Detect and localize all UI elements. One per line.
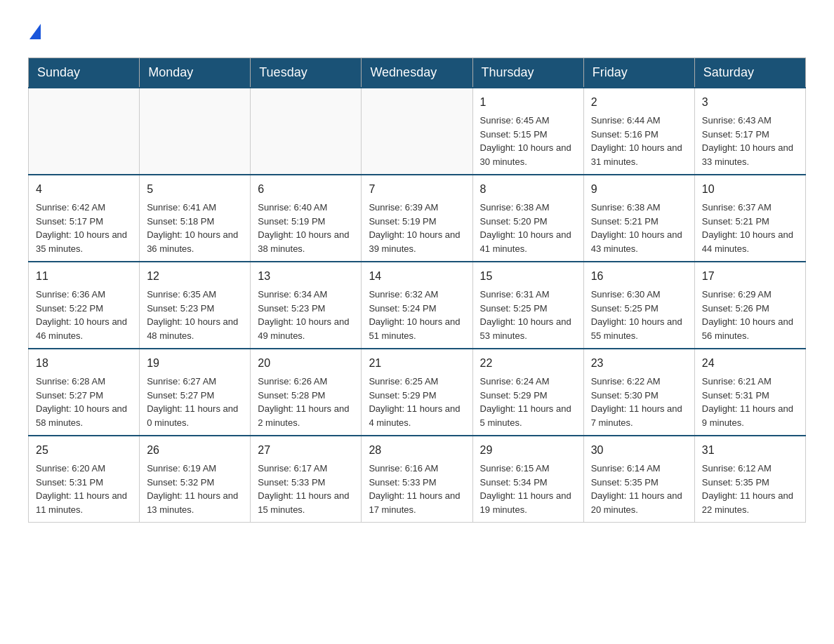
calendar-header-row: SundayMondayTuesdayWednesdayThursdayFrid… xyxy=(29,58,806,88)
column-header-friday: Friday xyxy=(583,58,694,88)
day-number: 22 xyxy=(480,355,576,372)
column-header-saturday: Saturday xyxy=(694,58,805,88)
day-info: Sunrise: 6:27 AM Sunset: 5:27 PM Dayligh… xyxy=(147,375,243,429)
logo xyxy=(28,21,41,43)
calendar-week-row: 25Sunrise: 6:20 AM Sunset: 5:31 PM Dayli… xyxy=(29,436,806,523)
day-number: 21 xyxy=(369,355,465,372)
day-info: Sunrise: 6:43 AM Sunset: 5:17 PM Dayligh… xyxy=(702,114,798,168)
calendar-cell xyxy=(251,88,362,175)
calendar-cell: 2Sunrise: 6:44 AM Sunset: 5:16 PM Daylig… xyxy=(583,88,694,175)
calendar-week-row: 1Sunrise: 6:45 AM Sunset: 5:15 PM Daylig… xyxy=(29,88,806,175)
day-info: Sunrise: 6:35 AM Sunset: 5:23 PM Dayligh… xyxy=(147,288,243,342)
calendar-cell: 17Sunrise: 6:29 AM Sunset: 5:26 PM Dayli… xyxy=(694,262,805,349)
day-info: Sunrise: 6:34 AM Sunset: 5:23 PM Dayligh… xyxy=(258,288,354,342)
day-info: Sunrise: 6:26 AM Sunset: 5:28 PM Dayligh… xyxy=(258,375,354,429)
day-info: Sunrise: 6:44 AM Sunset: 5:16 PM Dayligh… xyxy=(591,114,687,168)
day-number: 6 xyxy=(258,181,354,198)
calendar-cell: 25Sunrise: 6:20 AM Sunset: 5:31 PM Dayli… xyxy=(29,436,140,523)
day-number: 12 xyxy=(147,268,243,285)
column-header-wednesday: Wednesday xyxy=(362,58,472,88)
calendar-cell: 11Sunrise: 6:36 AM Sunset: 5:22 PM Dayli… xyxy=(29,262,140,349)
day-number: 8 xyxy=(480,181,576,198)
day-number: 2 xyxy=(591,94,687,111)
day-info: Sunrise: 6:40 AM Sunset: 5:19 PM Dayligh… xyxy=(258,201,354,255)
calendar-cell: 20Sunrise: 6:26 AM Sunset: 5:28 PM Dayli… xyxy=(251,349,362,436)
calendar-cell: 16Sunrise: 6:30 AM Sunset: 5:25 PM Dayli… xyxy=(583,262,694,349)
calendar-cell: 7Sunrise: 6:39 AM Sunset: 5:19 PM Daylig… xyxy=(362,175,472,262)
day-number: 23 xyxy=(591,355,687,372)
calendar-cell: 23Sunrise: 6:22 AM Sunset: 5:30 PM Dayli… xyxy=(583,349,694,436)
calendar-week-row: 4Sunrise: 6:42 AM Sunset: 5:17 PM Daylig… xyxy=(29,175,806,262)
calendar-cell xyxy=(362,88,472,175)
day-number: 3 xyxy=(702,94,798,111)
calendar-cell: 4Sunrise: 6:42 AM Sunset: 5:17 PM Daylig… xyxy=(29,175,140,262)
day-info: Sunrise: 6:29 AM Sunset: 5:26 PM Dayligh… xyxy=(702,288,798,342)
day-number: 31 xyxy=(702,442,798,459)
calendar-table: SundayMondayTuesdayWednesdayThursdayFrid… xyxy=(28,58,806,523)
day-number: 27 xyxy=(258,442,354,459)
column-header-tuesday: Tuesday xyxy=(251,58,362,88)
day-info: Sunrise: 6:42 AM Sunset: 5:17 PM Dayligh… xyxy=(36,201,132,255)
calendar-cell: 30Sunrise: 6:14 AM Sunset: 5:35 PM Dayli… xyxy=(583,436,694,523)
calendar-cell: 6Sunrise: 6:40 AM Sunset: 5:19 PM Daylig… xyxy=(251,175,362,262)
calendar-cell: 29Sunrise: 6:15 AM Sunset: 5:34 PM Dayli… xyxy=(472,436,583,523)
day-number: 13 xyxy=(258,268,354,285)
day-info: Sunrise: 6:39 AM Sunset: 5:19 PM Dayligh… xyxy=(369,201,465,255)
day-info: Sunrise: 6:36 AM Sunset: 5:22 PM Dayligh… xyxy=(36,288,132,342)
day-number: 29 xyxy=(480,442,576,459)
day-info: Sunrise: 6:12 AM Sunset: 5:35 PM Dayligh… xyxy=(702,462,798,516)
calendar-cell: 19Sunrise: 6:27 AM Sunset: 5:27 PM Dayli… xyxy=(140,349,251,436)
day-number: 14 xyxy=(369,268,465,285)
day-number: 7 xyxy=(369,181,465,198)
day-number: 5 xyxy=(147,181,243,198)
calendar-cell: 1Sunrise: 6:45 AM Sunset: 5:15 PM Daylig… xyxy=(472,88,583,175)
day-info: Sunrise: 6:16 AM Sunset: 5:33 PM Dayligh… xyxy=(369,462,465,516)
day-number: 19 xyxy=(147,355,243,372)
logo-triangle-icon xyxy=(29,24,41,39)
column-header-monday: Monday xyxy=(140,58,251,88)
day-number: 10 xyxy=(702,181,798,198)
day-info: Sunrise: 6:28 AM Sunset: 5:27 PM Dayligh… xyxy=(36,375,132,429)
day-info: Sunrise: 6:30 AM Sunset: 5:25 PM Dayligh… xyxy=(591,288,687,342)
day-number: 20 xyxy=(258,355,354,372)
day-number: 4 xyxy=(36,181,132,198)
calendar-cell: 21Sunrise: 6:25 AM Sunset: 5:29 PM Dayli… xyxy=(362,349,472,436)
calendar-cell: 18Sunrise: 6:28 AM Sunset: 5:27 PM Dayli… xyxy=(29,349,140,436)
calendar-cell: 5Sunrise: 6:41 AM Sunset: 5:18 PM Daylig… xyxy=(140,175,251,262)
calendar-cell xyxy=(140,88,251,175)
day-number: 11 xyxy=(36,268,132,285)
calendar-cell: 13Sunrise: 6:34 AM Sunset: 5:23 PM Dayli… xyxy=(251,262,362,349)
day-number: 25 xyxy=(36,442,132,459)
calendar-week-row: 11Sunrise: 6:36 AM Sunset: 5:22 PM Dayli… xyxy=(29,262,806,349)
day-number: 24 xyxy=(702,355,798,372)
day-number: 1 xyxy=(480,94,576,111)
calendar-cell: 22Sunrise: 6:24 AM Sunset: 5:29 PM Dayli… xyxy=(472,349,583,436)
day-info: Sunrise: 6:21 AM Sunset: 5:31 PM Dayligh… xyxy=(702,375,798,429)
day-info: Sunrise: 6:14 AM Sunset: 5:35 PM Dayligh… xyxy=(591,462,687,516)
day-info: Sunrise: 6:37 AM Sunset: 5:21 PM Dayligh… xyxy=(702,201,798,255)
calendar-cell: 31Sunrise: 6:12 AM Sunset: 5:35 PM Dayli… xyxy=(694,436,805,523)
day-number: 16 xyxy=(591,268,687,285)
day-info: Sunrise: 6:38 AM Sunset: 5:21 PM Dayligh… xyxy=(591,201,687,255)
day-number: 30 xyxy=(591,442,687,459)
calendar-cell: 15Sunrise: 6:31 AM Sunset: 5:25 PM Dayli… xyxy=(472,262,583,349)
page-header xyxy=(28,21,806,43)
calendar-cell: 10Sunrise: 6:37 AM Sunset: 5:21 PM Dayli… xyxy=(694,175,805,262)
day-info: Sunrise: 6:32 AM Sunset: 5:24 PM Dayligh… xyxy=(369,288,465,342)
day-number: 15 xyxy=(480,268,576,285)
day-info: Sunrise: 6:17 AM Sunset: 5:33 PM Dayligh… xyxy=(258,462,354,516)
day-number: 9 xyxy=(591,181,687,198)
day-info: Sunrise: 6:38 AM Sunset: 5:20 PM Dayligh… xyxy=(480,201,576,255)
calendar-cell: 27Sunrise: 6:17 AM Sunset: 5:33 PM Dayli… xyxy=(251,436,362,523)
calendar-cell: 9Sunrise: 6:38 AM Sunset: 5:21 PM Daylig… xyxy=(583,175,694,262)
day-info: Sunrise: 6:15 AM Sunset: 5:34 PM Dayligh… xyxy=(480,462,576,516)
day-number: 17 xyxy=(702,268,798,285)
day-info: Sunrise: 6:22 AM Sunset: 5:30 PM Dayligh… xyxy=(591,375,687,429)
calendar-cell xyxy=(29,88,140,175)
day-number: 28 xyxy=(369,442,465,459)
column-header-sunday: Sunday xyxy=(29,58,140,88)
day-info: Sunrise: 6:25 AM Sunset: 5:29 PM Dayligh… xyxy=(369,375,465,429)
calendar-cell: 28Sunrise: 6:16 AM Sunset: 5:33 PM Dayli… xyxy=(362,436,472,523)
day-info: Sunrise: 6:31 AM Sunset: 5:25 PM Dayligh… xyxy=(480,288,576,342)
calendar-week-row: 18Sunrise: 6:28 AM Sunset: 5:27 PM Dayli… xyxy=(29,349,806,436)
